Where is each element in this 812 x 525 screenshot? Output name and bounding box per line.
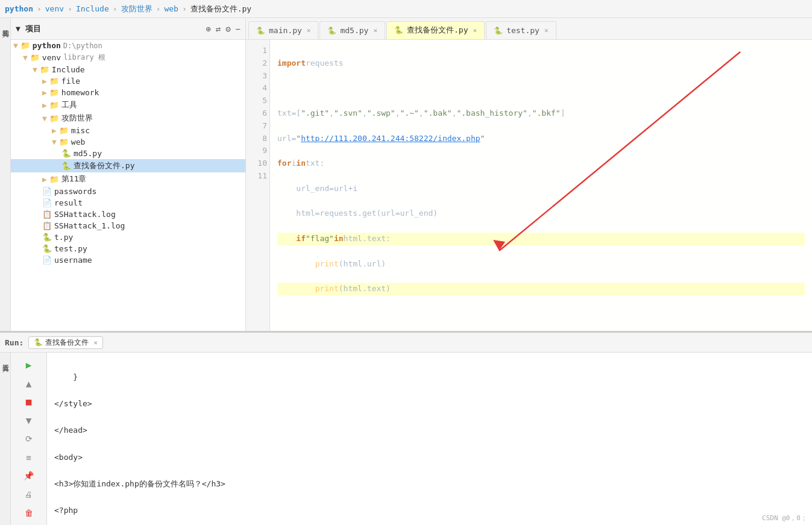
tree-passwords[interactable]: 📄 passwords <box>11 186 245 197</box>
tree-result[interactable]: 📄 result <box>11 197 245 209</box>
tree-label-tools: 工具 <box>61 99 77 110</box>
run-pin-button[interactable]: 📌 <box>20 468 37 483</box>
output-line-3: </head> <box>54 424 805 437</box>
code-line-6: url_end=url+i <box>277 183 805 195</box>
tree-ch11[interactable]: ▶ 📁 第11章 <box>11 172 245 186</box>
sep4: › <box>156 4 161 13</box>
tree-python-root[interactable]: ▼ 📁 python D:\python <box>11 40 245 51</box>
generic-icon-passwords: 📄 <box>42 187 52 196</box>
sidebar-vertical-label: 结构工具 <box>0 18 11 331</box>
tab-backup-py[interactable]: 🐍 查找备份文件.py ✕ <box>386 21 485 39</box>
run-rerun-button[interactable]: ⟳ <box>20 432 37 447</box>
code-editor[interactable]: 1 2 3 4 5 6 7 8 9 10 11 import requests … <box>246 40 812 331</box>
tab-label-md5: md5.py <box>340 26 368 35</box>
breadcrumb-web[interactable]: web <box>164 4 178 13</box>
tree-include[interactable]: ▼ 📁 Include <box>11 64 245 75</box>
folder-icon-misc: 📁 <box>59 126 69 135</box>
py-icon-backup: 🐍 <box>61 162 71 171</box>
tab-close-test[interactable]: ✕ <box>544 27 549 34</box>
output-line-4: <body> <box>54 451 805 464</box>
sidebar-title: ▼ 项目 <box>16 24 201 34</box>
tab-bar: 🐍 main.py ✕ 🐍 md5.py ✕ 🐍 查找备份文件.py ✕ 🐍 t… <box>246 18 812 40</box>
tab-md5-py[interactable]: 🐍 md5.py ✕ <box>319 21 385 39</box>
tab-icon-main: 🐍 <box>256 27 265 35</box>
generic-icon-username: 📄 <box>42 256 52 265</box>
tree-file[interactable]: ▶ 📁 file <box>11 75 245 87</box>
run-scroll-down-button[interactable]: ▼ <box>20 413 37 428</box>
run-scroll-up-button[interactable]: ▲ <box>20 376 37 391</box>
run-label: Run: <box>5 338 24 347</box>
watermark-text: CSDN @0，0； <box>762 514 807 522</box>
tree-testpy[interactable]: 🐍 test.py <box>11 243 245 254</box>
tab-label-backup: 查找备份文件.py <box>407 25 468 36</box>
run-delete-button[interactable]: 🗑 <box>20 505 37 520</box>
tree-sshattack1[interactable]: 📋 SSHattack_1.log <box>11 220 245 231</box>
tree-backup[interactable]: 🐍 查找备份文件.py <box>11 159 245 172</box>
tree-misc[interactable]: ▶ 📁 misc <box>11 125 245 136</box>
breadcrumb-bar: python › venv › Include › 攻防世界 › web › 查… <box>0 0 812 18</box>
py-icon-t: 🐍 <box>42 233 52 242</box>
tree-md5[interactable]: 🐍 md5.py <box>11 148 245 159</box>
tab-icon-backup: 🐍 <box>394 26 403 34</box>
folder-open-icon: ▼ <box>13 41 18 50</box>
tree-label-result: result <box>54 198 83 207</box>
tree-label-ctf: 攻防世界 <box>61 113 93 124</box>
sep3: › <box>113 4 118 13</box>
folder-icon-ch11: 📁 <box>49 175 59 184</box>
folder-closed-icon-file: ▶ <box>42 77 47 86</box>
project-sidebar[interactable]: ▼ 项目 ⊕ ⇄ ⚙ − ▼ 📁 python D:\python <box>11 18 246 331</box>
tree-label-file: file <box>61 77 80 86</box>
breadcrumb-python[interactable]: python <box>5 4 33 13</box>
folder-closed-icon-hw: ▶ <box>42 88 47 97</box>
breadcrumb-venv[interactable]: venv <box>45 4 64 13</box>
tree-tpy[interactable]: 🐍 t.py <box>11 231 245 243</box>
breadcrumb-include[interactable]: Include <box>76 4 109 13</box>
tree-label-homework: homework <box>61 88 99 97</box>
run-stop-button[interactable]: ■ <box>20 394 37 409</box>
tab-test-py[interactable]: 🐍 test.py ✕ <box>486 21 556 39</box>
run-tab-close[interactable]: ✕ <box>93 339 98 347</box>
tab-close-md5[interactable]: ✕ <box>373 27 377 34</box>
tree-username[interactable]: 📄 username <box>11 254 245 266</box>
folder-closed-icon-tools: ▶ <box>42 101 47 110</box>
folder-icon-hw: 📁 <box>49 88 59 97</box>
tab-main-py[interactable]: 🐍 main.py ✕ <box>248 21 318 39</box>
tree-venv[interactable]: ▼ 📁 venv library 根 <box>11 51 245 64</box>
tree-root: ▼ 📁 python D:\python ▼ 📁 venv library 根 … <box>11 40 245 266</box>
run-output[interactable]: } </style> </head> <body> <h3>你知道index.p… <box>47 353 812 525</box>
tree-web[interactable]: ▼ 📁 web <box>11 136 245 148</box>
code-line-2 <box>277 82 805 95</box>
minimize-icon[interactable]: − <box>236 24 241 34</box>
code-line-10: print(html.text) <box>277 283 805 295</box>
tree-label-tpy: t.py <box>54 233 73 242</box>
tree-label-passwords: passwords <box>54 187 96 196</box>
tree-label-ch11: 第11章 <box>61 174 87 184</box>
tree-label-md5: md5.py <box>74 149 102 158</box>
run-vertical-label: 运行工具 <box>0 353 11 525</box>
output-line-1: } <box>54 371 805 384</box>
settings-icon[interactable]: ⚙ <box>225 24 230 34</box>
tree-homework[interactable]: ▶ 📁 homework <box>11 87 245 98</box>
tree-label-web: web <box>71 137 85 146</box>
run-tab-name: 查找备份文件 <box>45 338 89 348</box>
tree-tools[interactable]: ▶ 📁 工具 <box>11 98 245 112</box>
run-tab[interactable]: 🐍 查找备份文件 ✕ <box>28 336 103 349</box>
tab-close-main[interactable]: ✕ <box>307 27 311 34</box>
tree-label-misc: misc <box>71 126 90 135</box>
sync-icon[interactable]: ⇄ <box>216 24 221 34</box>
tree-sshattack[interactable]: 📋 SSHattack.log <box>11 209 245 220</box>
breadcrumb-world[interactable]: 攻防世界 <box>121 4 153 14</box>
tree-ctf[interactable]: ▼ 📁 攻防世界 <box>11 112 245 125</box>
run-settings-button[interactable]: ≡ <box>20 450 37 465</box>
tab-close-backup[interactable]: ✕ <box>473 27 477 34</box>
code-line-4: url="http://111.200.241.244:58222/index.… <box>277 133 805 145</box>
run-print-button[interactable]: 🖨 <box>20 487 37 502</box>
run-panel-body: 运行工具 ▶ ▲ ■ ▼ ⟳ ≡ 📌 🖨 🗑 } </style> </head… <box>0 353 812 525</box>
folder-icon-file: 📁 <box>49 77 59 86</box>
code-line-1: import requests <box>277 57 805 70</box>
run-play-button[interactable]: ▶ <box>20 357 37 373</box>
py-icon-md5: 🐍 <box>61 149 71 158</box>
add-icon[interactable]: ⊕ <box>206 24 210 34</box>
code-content[interactable]: import requests txt=[".git",".svn",".swp… <box>270 40 812 331</box>
tab-icon-test: 🐍 <box>494 27 503 35</box>
